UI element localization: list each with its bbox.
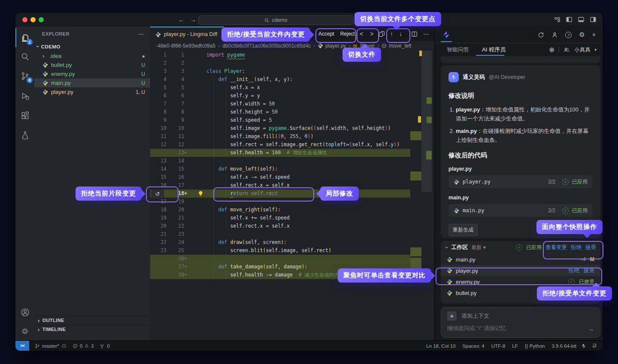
breadcrumb-item[interactable]: player.py <box>318 43 346 49</box>
lingma-status-icon[interactable] <box>581 343 587 349</box>
code-line[interactable]: 2224 def draw(self, screen): <box>150 238 410 247</box>
activity-extensions-button[interactable] <box>15 106 34 125</box>
workspace-file-row[interactable]: enemy.py✓已接受 <box>441 276 600 287</box>
code-line[interactable]: 2123 <box>150 230 410 238</box>
prev-file-icon[interactable]: < <box>360 30 363 37</box>
close-panel-icon[interactable]: × <box>592 31 596 38</box>
file-action-link[interactable]: 拒绝 <box>569 267 579 274</box>
open-changes-icon[interactable] <box>379 27 385 41</box>
customize-layout-icon[interactable] <box>554 16 560 23</box>
status-item[interactable]: Spaces: 4 <box>463 343 485 349</box>
chat-input-placeholder[interactable]: 继续提问或 "/" 清除记忆 <box>447 325 506 332</box>
status-item[interactable]: UTF-8 <box>491 343 506 349</box>
split-editor-icon[interactable] <box>411 27 418 41</box>
branch-status[interactable]: master* <box>35 343 67 349</box>
accept-file-button[interactable]: Accept <box>318 31 334 37</box>
code-line[interactable]: 26+ <box>150 255 410 263</box>
explorer-item-bulletpy[interactable]: bullet.pyU <box>34 60 150 69</box>
breadcrumb-item[interactable]: move_left <box>382 43 411 49</box>
minimize-window-button[interactable] <box>30 17 36 22</box>
feedback-person-icon[interactable] <box>551 32 558 38</box>
code-line[interactable]: 1719 <box>150 198 410 206</box>
next-change-icon[interactable]: ↓ <box>399 30 402 37</box>
code-line[interactable]: 77 self.width = 50 <box>150 100 410 108</box>
next-file-icon[interactable]: > <box>370 30 373 37</box>
regenerate-button[interactable]: 重新生成 <box>448 224 478 236</box>
activity-testing-button[interactable] <box>15 126 34 144</box>
breadcrumb-item[interactable]: -48e0-8f66-5e93edfc09a5 <box>156 43 215 49</box>
file-chip[interactable]: main.py2/2✓已应用 <box>448 204 593 217</box>
nav-forward-button[interactable]: → <box>189 15 197 24</box>
command-search-input[interactable]: cdemo <box>198 15 354 25</box>
chat-input-card[interactable]: + 添加上下文 继续提问或 "/" 清除记忆 → <box>441 307 600 338</box>
activity-account-button[interactable] <box>15 303 34 322</box>
code-line[interactable]: 1921 self.x += self.speed <box>150 214 410 222</box>
activity-debug-button[interactable] <box>15 86 34 105</box>
problems-status[interactable]: 0 ⚠ 3 <box>73 343 94 349</box>
code-line[interactable]: 1010 self.image = pygame.Surface((self.w… <box>150 124 410 132</box>
code-line[interactable]: 88 self.height = 50 <box>150 108 410 116</box>
code-line[interactable]: 1820 def move_right(self): <box>150 206 410 214</box>
activity-settings-button[interactable]: ⚙ <box>15 322 34 341</box>
activity-source-control-button[interactable]: 8 <box>15 66 34 85</box>
activity-search-button[interactable] <box>15 47 34 66</box>
code-line[interactable]: 55 self.x = x <box>150 84 410 92</box>
chevron-down-icon[interactable]: ▾ <box>594 48 597 52</box>
status-item[interactable]: LF <box>512 343 518 349</box>
code-line[interactable]: 2325 screen.blit(self.image, self.rect) <box>150 247 410 255</box>
code-line[interactable]: 1111 self.image.fill((0, 255, 0)) <box>150 132 410 141</box>
explorer-root-folder[interactable]: › CDEMO <box>34 42 150 51</box>
send-icon[interactable]: → <box>588 325 594 332</box>
code-line[interactable]: 1212 self.rect = self.image.get_rect(top… <box>150 141 410 149</box>
code-line[interactable]: 99 self.speed = 5 <box>150 116 410 124</box>
explorer-item-mainpy[interactable]: main.pyU <box>34 78 150 87</box>
history-icon[interactable] <box>538 32 544 38</box>
notifications-muted-icon[interactable] <box>592 343 597 349</box>
workspace-file-row[interactable]: main.py+4M <box>441 254 600 265</box>
file-action-link[interactable]: 接受 <box>584 267 594 274</box>
status-item[interactable]: {} Python <box>525 343 545 349</box>
tab-smart-qa[interactable]: 智能问答 <box>447 46 469 54</box>
code-line[interactable]: 1415 def move_left(self): <box>150 165 410 173</box>
reject-all-link[interactable]: 拒绝 <box>571 244 582 251</box>
remote-indicator[interactable]: >< <box>15 341 29 351</box>
reject-file-button[interactable]: Reject <box>340 31 355 37</box>
help-icon[interactable]: ? <box>565 32 572 38</box>
status-item[interactable]: Ln 18, Col 10 <box>426 343 455 349</box>
code-line[interactable]: 18+ return self.rect <box>150 190 410 198</box>
add-context-icon[interactable]: + <box>447 311 457 321</box>
workspace-filter[interactable]: 最新 ▾ <box>471 244 485 251</box>
lightbulb-icon[interactable] <box>198 191 203 196</box>
code-line[interactable]: 66 self.y = y <box>150 92 410 100</box>
view-changes-link[interactable]: 查看变更 <box>545 244 567 251</box>
explorer-item-enemypy[interactable]: enemy.pyU <box>34 69 150 78</box>
status-item[interactable]: 3.9.6 64-bit <box>551 343 576 349</box>
settings-icon[interactable]: ⚙ <box>579 31 585 39</box>
accept-all-link[interactable]: 接受 <box>585 244 596 251</box>
code-line[interactable]: 33 class Player: <box>150 67 410 75</box>
code-line[interactable]: 44 def __init__(self, x, y): <box>150 75 410 84</box>
nav-back-button[interactable]: ← <box>177 15 185 24</box>
outline-section-header[interactable]: › OUTLINE <box>34 316 150 325</box>
ports-status[interactable]: 0 <box>99 343 109 349</box>
code-line[interactable]: 2022 self.rect.x = self.x <box>150 222 410 230</box>
tab-ai-developer[interactable]: AI 程序员 <box>482 46 506 54</box>
file-chip[interactable]: player.py2/2✓已应用 <box>448 175 593 188</box>
workspace-file-row[interactable]: player.py拒绝接受 <box>441 265 600 276</box>
toggle-right-sidebar-icon[interactable] <box>590 16 597 23</box>
activity-explorer-button[interactable]: 1 <box>15 28 34 47</box>
explorer-item-idea[interactable]: ›.idea● <box>34 51 150 60</box>
toggle-left-sidebar-icon[interactable] <box>566 16 573 23</box>
chevron-down-icon[interactable]: › <box>444 247 450 248</box>
add-context-label[interactable]: 添加上下文 <box>461 312 489 320</box>
code-line[interactable]: 1617 self.rect.x = self.x <box>150 181 410 190</box>
timeline-section-header[interactable]: › TIMELINE <box>34 325 150 334</box>
code-line[interactable]: 1314 <box>150 157 410 165</box>
discard-snippet-icon[interactable]: ↺ <box>151 190 164 199</box>
toggle-panel-icon[interactable] <box>578 16 585 23</box>
prev-change-icon[interactable]: ↑ <box>390 30 393 37</box>
explorer-item-playerpy[interactable]: player.py1, U <box>34 87 150 96</box>
code-line[interactable]: 1516 self.x -= self.speed <box>150 173 410 181</box>
session-name[interactable]: 小真真 <box>574 46 591 54</box>
maximize-window-button[interactable] <box>39 17 44 22</box>
